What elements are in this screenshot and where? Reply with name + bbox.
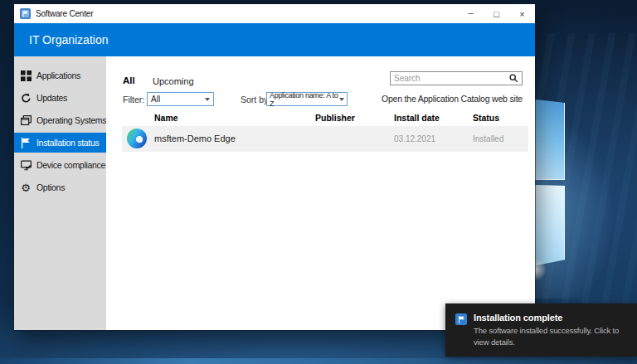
gear-icon: ⚙ bbox=[20, 182, 32, 193]
sidebar-item-applications[interactable]: Applications bbox=[14, 66, 106, 85]
edge-logo-icon bbox=[127, 129, 147, 148]
window-title: Software Center bbox=[36, 9, 93, 18]
monitor-check-icon bbox=[20, 159, 32, 171]
chevron-down-icon bbox=[205, 98, 210, 101]
filter-label: Filter: bbox=[123, 95, 144, 104]
install-date-cell: 03.12.2021 bbox=[394, 134, 435, 143]
titlebar[interactable]: Software Center – □ × bbox=[14, 4, 535, 23]
filter-value: All bbox=[151, 95, 160, 104]
sidebar-item-operating-systems[interactable]: Operating Systems bbox=[14, 110, 106, 130]
column-header-publisher[interactable]: Publisher bbox=[315, 113, 355, 123]
organization-name: IT Organization bbox=[29, 33, 108, 46]
filter-dropdown[interactable]: All bbox=[147, 92, 214, 106]
sort-by-dropdown[interactable]: Application name: A to Z bbox=[266, 92, 348, 106]
sidebar-item-updates[interactable]: Updates bbox=[14, 88, 106, 108]
column-header-install-date[interactable]: Install date bbox=[394, 113, 440, 123]
installation-complete-toast[interactable]: Installation complete The software insta… bbox=[445, 303, 637, 357]
toast-message: The software installed successfully. Cli… bbox=[474, 325, 630, 348]
refresh-icon bbox=[20, 92, 32, 104]
sidebar-item-label: Installation status bbox=[36, 138, 99, 148]
toast-title: Installation complete bbox=[474, 313, 630, 323]
sidebar-item-label: Applications bbox=[36, 70, 80, 80]
search-icon[interactable] bbox=[509, 74, 518, 83]
sidebar-item-label: Operating Systems bbox=[36, 115, 106, 125]
software-center-window: Software Center – □ × IT Organization Ap… bbox=[14, 4, 535, 330]
sidebar-item-options[interactable]: ⚙ Options bbox=[14, 177, 106, 197]
software-center-app-icon bbox=[20, 8, 31, 19]
column-header-status[interactable]: Status bbox=[473, 113, 499, 123]
column-header-name[interactable]: Name bbox=[154, 113, 178, 123]
sort-by-value: Application name: A to Z bbox=[270, 91, 339, 108]
tab-all[interactable]: All bbox=[123, 75, 135, 85]
maximize-button[interactable]: □ bbox=[484, 4, 509, 23]
status-cell: Installed bbox=[473, 134, 503, 143]
software-center-toast-icon bbox=[455, 313, 467, 325]
search-box[interactable] bbox=[390, 71, 523, 85]
window-body: Applications Updates bbox=[14, 56, 535, 330]
sidebar-item-installation-status[interactable]: Installation status bbox=[14, 133, 106, 153]
close-button[interactable]: × bbox=[509, 4, 535, 23]
window-controls: – □ × bbox=[458, 4, 535, 23]
apps-grid-icon bbox=[20, 70, 32, 81]
minimize-button[interactable]: – bbox=[458, 4, 484, 23]
sidebar-item-label: Device compliance bbox=[36, 160, 105, 170]
tab-upcoming[interactable]: Upcoming bbox=[153, 76, 194, 86]
application-catalog-link[interactable]: Open the Application Catalog web site bbox=[382, 94, 523, 104]
search-input[interactable] bbox=[394, 74, 509, 83]
toast-text: Installation complete The software insta… bbox=[474, 313, 630, 357]
sidebar-nav: Applications Updates bbox=[14, 56, 106, 330]
main-panel: All Upcoming Filter: All Sort by: Applic… bbox=[106, 56, 535, 330]
flag-icon bbox=[20, 137, 32, 148]
sidebar-item-device-compliance[interactable]: Device compliance bbox=[14, 155, 106, 175]
windows-stack-icon bbox=[20, 114, 32, 126]
chevron-down-icon bbox=[339, 98, 344, 101]
sidebar-item-label: Options bbox=[36, 182, 65, 192]
table-row[interactable]: msftem-Demo Edge 03.12.2021 Installed bbox=[122, 126, 528, 152]
app-name-cell: msftem-Demo Edge bbox=[154, 133, 236, 143]
organization-banner: IT Organization bbox=[14, 23, 535, 56]
wallpaper-horizon-glow bbox=[0, 358, 637, 364]
sidebar-item-label: Updates bbox=[36, 93, 67, 103]
